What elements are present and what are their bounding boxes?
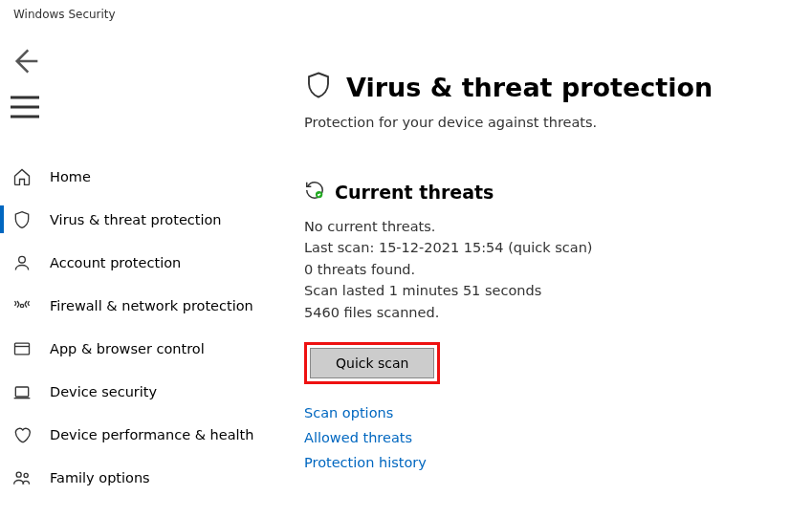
last-scan-text: Last scan: 15-12-2021 15:54 (quick scan) (304, 237, 793, 258)
svg-rect-2 (15, 343, 30, 355)
sidebar-item-virus-threat[interactable]: Virus & threat protection (0, 198, 287, 241)
sidebar-item-label: Account protection (50, 255, 181, 270)
threats-found-text: 0 threats found. (304, 259, 793, 280)
menu-button[interactable] (6, 88, 44, 126)
window-icon (11, 338, 33, 359)
history-check-icon (304, 180, 325, 205)
page-subtitle: Protection for your device against threa… (304, 115, 793, 130)
svg-point-4 (16, 472, 21, 477)
sidebar-item-label: Device performance & health (50, 427, 254, 442)
svg-point-1 (20, 304, 23, 307)
sidebar-item-family[interactable]: Family options (0, 456, 287, 499)
section-title: Current threats (335, 182, 494, 203)
sidebar-item-label: Home (50, 169, 91, 184)
current-threats-section: Current threats No current threats. Last… (304, 180, 793, 470)
sidebar-item-performance[interactable]: Device performance & health (0, 413, 287, 456)
back-button[interactable] (6, 42, 44, 80)
back-arrow-icon (6, 42, 44, 80)
sidebar: Home Virus & threat protection Account p… (0, 29, 287, 517)
home-icon (11, 166, 33, 187)
heart-icon (11, 424, 33, 445)
hamburger-icon (6, 88, 44, 126)
no-threats-text: No current threats. (304, 216, 793, 237)
scan-duration-text: Scan lasted 1 minutes 51 seconds (304, 280, 793, 301)
sidebar-item-label: Firewall & network protection (50, 298, 253, 313)
shield-icon (11, 209, 33, 230)
scan-options-link[interactable]: Scan options (304, 405, 793, 420)
network-icon (11, 295, 33, 316)
sidebar-item-account[interactable]: Account protection (0, 241, 287, 284)
quick-scan-highlight: Quick scan (304, 342, 440, 384)
main-content: Virus & threat protection Protection for… (287, 29, 812, 517)
sidebar-item-label: Family options (50, 470, 150, 485)
svg-rect-3 (15, 387, 28, 397)
sidebar-item-home[interactable]: Home (0, 155, 287, 198)
sidebar-item-app-browser[interactable]: App & browser control (0, 327, 287, 370)
files-scanned-text: 5460 files scanned. (304, 302, 793, 323)
chip-icon (11, 381, 33, 402)
sidebar-item-label: Device security (50, 384, 157, 399)
page-title: Virus & threat protection (346, 73, 713, 102)
protection-history-link[interactable]: Protection history (304, 455, 793, 470)
allowed-threats-link[interactable]: Allowed threats (304, 430, 793, 445)
sidebar-item-firewall[interactable]: Firewall & network protection (0, 284, 287, 327)
shield-icon (304, 71, 333, 103)
sidebar-item-label: App & browser control (50, 341, 205, 356)
app-title: Windows Security (0, 0, 812, 29)
person-icon (11, 252, 33, 273)
family-icon (11, 467, 33, 488)
svg-point-0 (19, 256, 26, 263)
svg-point-5 (24, 473, 28, 477)
quick-scan-button[interactable]: Quick scan (310, 348, 434, 378)
sidebar-item-label: Virus & threat protection (50, 212, 222, 227)
sidebar-item-device-security[interactable]: Device security (0, 370, 287, 413)
